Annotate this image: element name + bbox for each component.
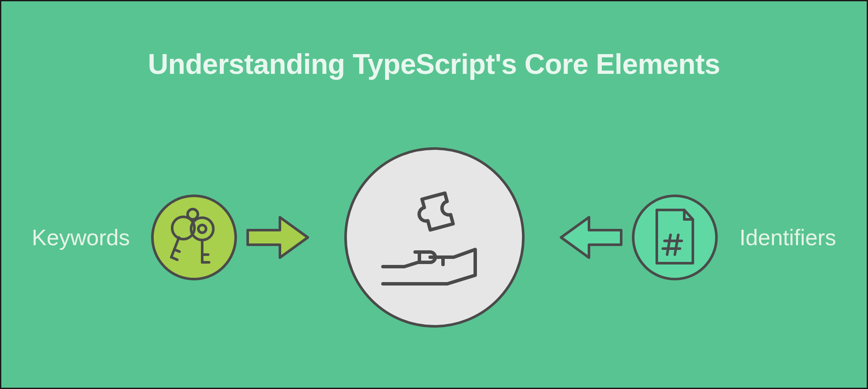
diagram-title: Understanding TypeScript's Core Elements — [1, 48, 867, 80]
file-hash-icon — [649, 207, 701, 268]
svg-line-7 — [675, 235, 678, 255]
svg-point-3 — [198, 225, 206, 233]
diagram-row: Keywords — [1, 147, 867, 328]
hand-puzzle-icon — [379, 181, 490, 294]
keys-icon — [166, 207, 222, 268]
arrow-left-icon — [559, 214, 623, 261]
keywords-group: Keywords — [32, 194, 310, 280]
core-elements-circle — [344, 147, 525, 328]
keywords-label: Keywords — [32, 225, 130, 250]
identifiers-circle — [632, 194, 718, 280]
svg-line-6 — [667, 235, 671, 255]
identifiers-group: Identifiers — [559, 194, 836, 280]
keywords-circle — [151, 194, 237, 280]
arrow-right-icon — [246, 214, 310, 261]
identifiers-label: Identifiers — [739, 225, 836, 250]
diagram-frame: Understanding TypeScript's Core Elements… — [0, 0, 868, 389]
